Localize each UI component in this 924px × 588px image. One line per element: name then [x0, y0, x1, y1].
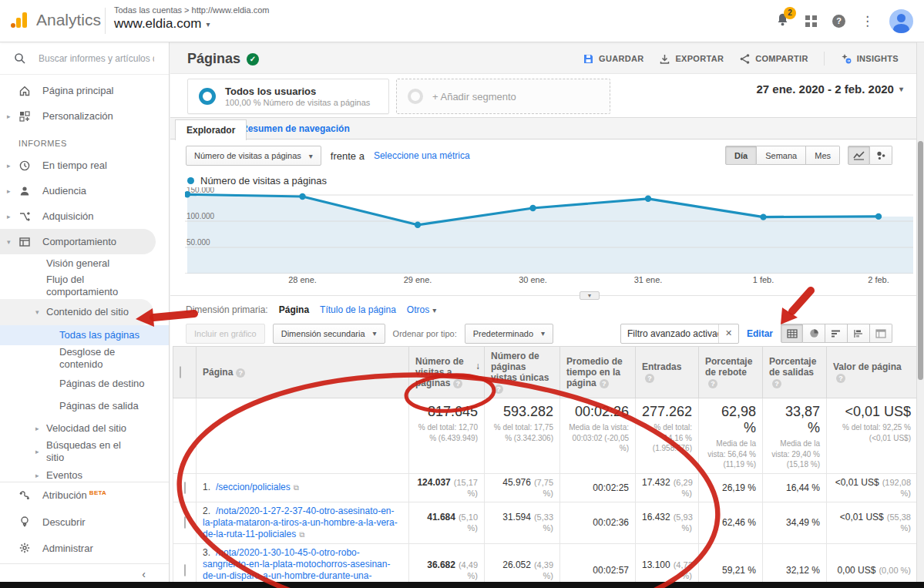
sidebar-item-administrar[interactable]: Administrar — [0, 535, 169, 561]
close-icon[interactable]: ✕ — [718, 324, 738, 343]
save-button[interactable]: GUARDAR — [583, 53, 643, 65]
chart-legend: Número de visitas a páginas — [187, 175, 327, 186]
metric-dropdown[interactable]: Número de visitas a páginas ▾ — [186, 146, 321, 166]
sidebar-item-desglose[interactable]: Desglose de contenido — [0, 345, 169, 371]
sidebar-item-flujo[interactable]: Flujo del comportamiento — [0, 273, 169, 299]
advanced-filter-box: Filtro avanzado activado ✕ — [620, 324, 739, 344]
sidebar-item-paginas-salida[interactable]: Páginas de salida — [0, 396, 169, 415]
export-button[interactable]: EXPORTAR — [659, 53, 724, 65]
tab-resumen-navegacion[interactable]: Resumen de navegación — [241, 118, 350, 139]
insights-button[interactable]: INSIGHTS — [840, 52, 899, 65]
help-icon: ? — [836, 374, 845, 383]
motion-chart-toggle[interactable] — [870, 146, 892, 165]
sidebar-nav: Página principal ▸ Personalización INFOR… — [0, 75, 169, 482]
external-link-icon[interactable]: ⧉ — [294, 483, 299, 492]
col-entradas[interactable]: Entradas? — [636, 347, 699, 398]
tab-explorador[interactable]: Explorador — [175, 119, 247, 140]
help-icon: ? — [708, 379, 717, 388]
total-exit: 33,87 %Media de la vista: 29,40 % (15,18… — [763, 398, 827, 474]
col-salidas[interactable]: Porcentaje de salidas? — [763, 347, 827, 398]
sidebar-item-behavior[interactable]: ▾ Comportamiento — [0, 229, 156, 254]
help-icon[interactable]: ? — [832, 15, 845, 28]
page-cell: 2./nota/2020-1-27-2-37-40-otro-asesinato… — [197, 502, 409, 543]
secondary-dimension-dropdown[interactable]: Dimensión secundaria ▾ — [273, 324, 385, 344]
chart-expand-handle[interactable]: ▼ — [580, 291, 600, 300]
unique-views-cell: 31.594(5,33 %) — [485, 502, 560, 543]
external-link-icon[interactable]: ⧉ — [299, 530, 304, 539]
table-icon — [787, 329, 798, 338]
total-value: <0,01 US$% del total: 92,25 % (<0,01 US$… — [827, 398, 918, 474]
page-link[interactable]: /seccion/policiales — [216, 482, 291, 492]
dimension-pagina[interactable]: Página — [279, 304, 309, 315]
col-rebote[interactable]: Porcentaje de rebote? — [699, 347, 763, 398]
performance-view-toggle[interactable] — [825, 324, 848, 343]
sidebar-item-label: Comportamiento — [42, 236, 116, 247]
granularity-mes[interactable]: Mes — [806, 146, 840, 165]
sidebar-search[interactable] — [0, 42, 169, 75]
sidebar-item-paginas-destino[interactable]: Páginas de destino — [0, 371, 169, 396]
total-unique: 593.282% del total: 17,75 % (3.342.306) — [485, 398, 560, 474]
percentage-view-toggle[interactable] — [803, 324, 825, 343]
granularity-semana[interactable]: Semana — [757, 146, 806, 165]
apps-grid-icon[interactable] — [805, 15, 817, 27]
sidebar-item-vision-general[interactable]: Visión general — [0, 254, 169, 273]
sidebar-collapse-button[interactable]: ‹ — [0, 563, 169, 583]
row-checkbox[interactable] — [184, 516, 186, 529]
chevron-down-icon: ▾ — [206, 20, 210, 29]
home-icon — [18, 85, 31, 97]
x-axis-label: 31 ene. — [613, 275, 683, 284]
col-vistas-unicas[interactable]: Número de páginas vistas únicas? — [485, 347, 560, 398]
timeseries-chart[interactable]: 150.000100.00050.000 — [185, 187, 913, 274]
customization-icon — [18, 110, 31, 123]
pivot-view-toggle[interactable] — [870, 324, 892, 343]
sidebar-item-home[interactable]: Página principal — [0, 78, 169, 103]
chevron-down-icon: ▾ — [35, 306, 39, 318]
attribution-icon — [18, 489, 31, 502]
select-metric-link[interactable]: Seleccione una métrica — [374, 150, 470, 161]
sidebar-item-eventos[interactable]: ▸ Eventos — [0, 465, 169, 482]
sidebar-item-acquisition[interactable]: ▸ Adquisición — [0, 203, 169, 229]
pages-table: Página? Número de visitas a páginas?↓ Nú… — [173, 346, 917, 588]
sidebar-item-atribucion[interactable]: AtribuciónBETA — [0, 482, 169, 509]
sidebar-item-customization[interactable]: ▸ Personalización — [0, 103, 169, 129]
avatar[interactable] — [889, 9, 913, 33]
x-axis-label: 2 feb. — [844, 275, 913, 284]
row-checkbox[interactable] — [184, 564, 186, 576]
col-valor[interactable]: Valor de página? — [827, 347, 918, 398]
account-selector[interactable]: Todas las cuentas > http://www.eldia.com… — [114, 5, 269, 32]
more-menu-icon[interactable]: ⋮ — [861, 13, 874, 29]
dimension-titulo-link[interactable]: Título de la página — [320, 304, 396, 315]
avg-time-cell: 00:02:36 — [560, 502, 636, 543]
comparison-view-toggle[interactable] — [848, 324, 870, 343]
col-tiempo[interactable]: Promedio de tiempo en la página? — [560, 347, 636, 398]
segment-all-users[interactable]: Todos los usuarios 100,00 % Número de vi… — [187, 79, 389, 114]
edit-filter-link[interactable]: Editar — [747, 328, 773, 339]
help-icon: ? — [453, 379, 462, 388]
sidebar-item-descubrir[interactable]: Descubrir — [0, 509, 169, 535]
sidebar-item-busquedas[interactable]: ▸ Búsquedas en el sitio — [0, 438, 169, 465]
plot-rows-button[interactable]: Incluir en gráfico — [186, 324, 265, 344]
col-visitas[interactable]: Número de visitas a páginas?↓ — [409, 347, 485, 398]
notifications-button[interactable]: 2 — [775, 12, 790, 30]
date-range-selector[interactable]: 27 ene. 2020 - 2 feb. 2020 ▾ — [757, 82, 903, 96]
sidebar-item-contenido-del-sitio[interactable]: ▾ Contenido del sitio — [0, 299, 153, 325]
share-button[interactable]: COMPARTIR — [739, 53, 808, 65]
scrollbar-thumb[interactable] — [918, 141, 923, 380]
granularity-dia[interactable]: Día — [725, 146, 757, 165]
chevron-down-icon: ▾ — [7, 238, 11, 246]
analytics-logo[interactable]: Analytics — [9, 10, 101, 30]
dimension-otros[interactable]: Otros ▾ — [407, 304, 436, 315]
sidebar-item-realtime[interactable]: ▸ En tiempo real — [0, 153, 169, 178]
sidebar-item-velocidad[interactable]: ▸ Velocidad del sitio — [0, 418, 169, 438]
add-segment-button[interactable]: + Añadir segmento — [396, 79, 610, 114]
search-input[interactable] — [39, 53, 154, 64]
row-checkbox[interactable] — [184, 482, 186, 494]
page-scrollbar[interactable] — [916, 42, 924, 582]
sidebar-item-todas-las-paginas[interactable]: Todas las páginas — [0, 325, 169, 345]
select-all-checkbox[interactable] — [180, 366, 181, 378]
sort-type-dropdown[interactable]: Predeterminado ▾ — [465, 324, 553, 344]
col-pagina[interactable]: Página? — [197, 347, 409, 398]
sidebar-item-audience[interactable]: ▸ Audiencia — [0, 178, 169, 203]
data-view-toggle[interactable] — [781, 324, 803, 343]
line-chart-toggle[interactable] — [848, 146, 870, 165]
